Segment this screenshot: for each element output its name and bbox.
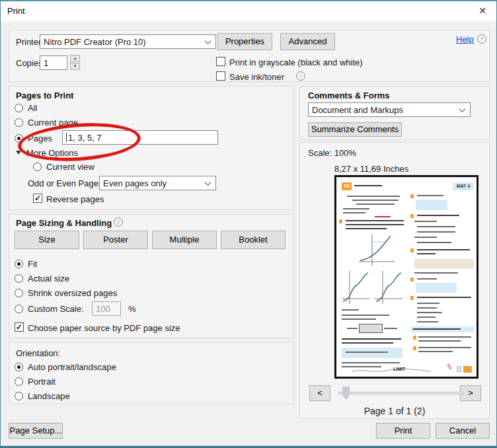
reverse-pages-label: Reverse pages [46,194,104,204]
radio-actual-size[interactable] [15,274,23,283]
paper-source-checkbox[interactable]: ✓ [15,322,24,332]
size-button[interactable]: Size [15,231,79,249]
preview-page-thumbnail[interactable]: 78 MAT 4 [334,175,478,379]
cancel-button[interactable]: Cancel [436,423,490,439]
print-dialog: Print ✕ Printer: Nitro PDF Creator (Pro … [0,0,497,448]
printer-group: Printer: Nitro PDF Creator (Pro 10) Prop… [9,30,490,82]
page-indicator: Page 1 of 1 (2) [300,406,489,416]
orientation-group: Orientation: Auto portrait/landscape Por… [9,342,294,404]
copies-input[interactable]: 1 [40,56,67,70]
radio-shrink-pages-label: Shrink oversized pages [28,288,117,298]
save-ink-label: Save ink/toner [229,72,284,82]
preview-graph-s-curve [340,270,371,305]
print-button[interactable]: Print [376,423,430,439]
printer-select[interactable]: Nitro PDF Creator (Pro 10) [40,34,216,49]
preview-graph-s-curve [373,270,404,305]
radio-current-view[interactable] [33,163,42,171]
preview-panel: Scale: 100% 8,27 x 11,69 Inches 78 MAT 4 [299,142,490,419]
preview-footer-label: LIMIT [393,367,405,371]
pages-to-print-group: Pages to Print All Current page Pages 1,… [9,86,294,210]
grayscale-label: Print in grayscale (black and white) [229,57,363,67]
previous-page-button[interactable]: < [309,385,330,401]
preview-chapter-badge: MAT 4 [453,182,474,190]
preview-rect-diagram [359,324,383,333]
close-icon[interactable]: ✕ [469,1,496,20]
multiple-button[interactable]: Multiple [152,231,217,249]
preview-formula-box [416,283,457,293]
chevron-down-icon [459,106,466,112]
poster-button[interactable]: Poster [83,231,148,249]
comments-forms-title: Comments & Forms [308,91,390,100]
radio-custom-scale-label: Custom Scale: [28,304,84,314]
page-sizing-title: Page Sizing & Handling [16,218,112,228]
properties-button[interactable]: Properties [217,33,272,50]
pages-to-print-title: Pages to Print [16,91,73,100]
save-ink-info-icon[interactable]: i [296,71,305,81]
copies-value: 1 [44,58,48,68]
custom-scale-value: 100 [96,304,110,314]
advanced-button[interactable]: Advanced [280,33,335,50]
paper-source-label: Choose paper source by PDF page size [28,323,180,333]
window-border-accent [1,445,496,446]
copies-step-up[interactable]: ▲ [70,55,80,62]
orientation-title: Orientation: [16,348,60,358]
booklet-button[interactable]: Booklet [221,231,286,249]
preview-footer-squiggle [352,367,432,374]
pencil-icon: ✎ [445,362,453,373]
text-caret [66,133,67,142]
preview-formula-box [342,348,402,358]
more-options-collapse-icon[interactable] [16,151,21,155]
scale-readout: Scale: 100% [308,148,356,158]
page-dimensions: 8,27 x 11,69 Inches [300,164,443,174]
printer-select-value: Nitro PDF Creator (Pro 10) [44,37,146,47]
reverse-pages-checkbox[interactable]: ✓ [33,194,42,203]
preview-zoom-slider-track[interactable] [338,392,464,394]
pages-range-input[interactable]: 1, 3, 5, 7 [62,130,218,145]
custom-scale-input[interactable]: 100 [92,301,121,316]
page-setup-button[interactable]: Page Setup... [9,423,63,439]
radio-auto-orientation-label: Auto portrait/landscape [28,362,116,372]
radio-all-label: All [28,103,37,113]
radio-current-page[interactable] [15,118,23,127]
odd-even-value: Even pages only [103,178,167,188]
title-bar: Print ✕ [1,1,496,21]
radio-portrait[interactable] [15,377,23,386]
save-ink-checkbox[interactable] [216,71,225,81]
comments-forms-value: Document and Markups [312,105,403,115]
help-link[interactable]: Help [456,34,474,44]
help-icon[interactable]: ? [477,34,486,44]
radio-pages-label: Pages [28,133,52,143]
preview-zoom-slider-thumb[interactable] [342,387,350,400]
percent-label: % [128,304,136,314]
chevron-down-icon [205,179,211,186]
comments-forms-select[interactable]: Document and Markups [308,102,471,117]
radio-current-page-label: Current page [28,118,78,128]
odd-even-select[interactable]: Even pages only [99,176,216,190]
radio-landscape[interactable] [15,392,23,400]
radio-portrait-label: Portrait [28,377,56,387]
radio-actual-size-label: Actual size [28,274,69,283]
pages-range-value: 1, 3, 5, 7 [68,133,102,143]
copies-step-down[interactable]: ▼ [70,63,80,70]
preview-footer-mark [457,366,461,372]
odd-even-label: Odd or Even Pages: [28,178,105,188]
preview-formula-box [416,200,447,210]
chevron-down-icon [205,38,211,44]
radio-fit-label: Fit [28,259,37,269]
preview-formula-box [414,259,474,268]
page-sizing-info-icon[interactable]: i [114,217,123,227]
radio-pages[interactable] [15,134,23,143]
more-options-label[interactable]: More Options [26,148,78,158]
radio-custom-scale[interactable] [15,305,23,313]
preview-graph-increasing [356,233,396,267]
radio-all[interactable] [15,104,23,112]
preview-page-number-badge: 78 [342,182,352,190]
radio-fit[interactable] [15,260,23,268]
grayscale-checkbox[interactable] [216,57,225,66]
radio-current-view-label: Current view [46,162,95,172]
summarize-comments-button[interactable]: Summarize Comments [308,122,402,137]
radio-auto-orientation[interactable] [15,363,23,371]
radio-landscape-label: Landscape [28,391,70,401]
dialog-title: Print [7,6,25,16]
radio-shrink-pages[interactable] [15,289,23,297]
